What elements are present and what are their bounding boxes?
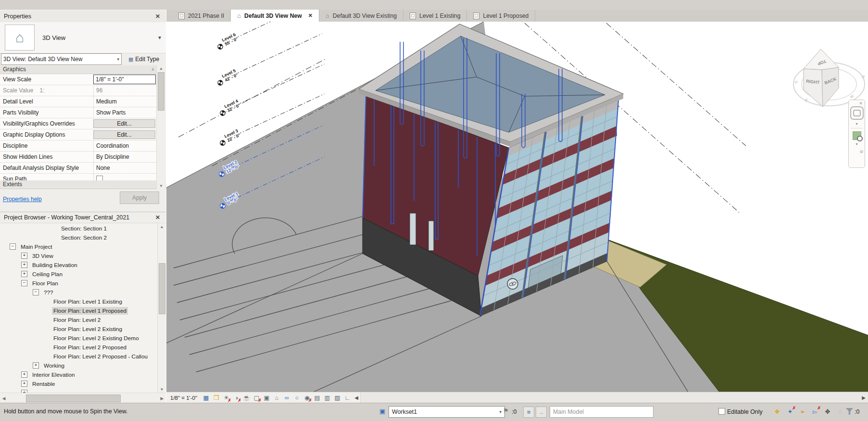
tree-item[interactable]: +Interior Elevation xyxy=(0,370,157,379)
chevron-down-icon[interactable]: ▾ xyxy=(855,122,857,126)
shadows-icon[interactable]: ◑✗ xyxy=(231,394,241,402)
tree-item[interactable]: Floor Plan: Level 2 xyxy=(0,315,157,324)
tree-item[interactable]: +Building Elevation xyxy=(0,260,157,269)
view-scale-input[interactable]: 1/8" = 1'-0" xyxy=(93,75,156,84)
project-browser-hscrollbar[interactable]: ◀ ▶ xyxy=(0,393,166,404)
close-icon[interactable]: ✕ xyxy=(153,214,162,221)
viewport-hscrollbar[interactable] xyxy=(360,392,859,403)
graphic-display-edit-button[interactable]: Edit... xyxy=(93,130,155,139)
tree-item[interactable]: Floor Plan: Level 1 Existing xyxy=(0,297,157,306)
collapse-bar-icon[interactable]: ◀ xyxy=(352,395,360,400)
unlocked-view-icon[interactable]: ⌂ xyxy=(272,394,282,402)
tree-item[interactable]: Floor Plan: Level 2 Existing xyxy=(0,324,157,333)
3d-view-canvas[interactable]: Level 6 55' - 0" Level 5 42' - 0" Level … xyxy=(166,22,868,392)
type-selector-combo[interactable]: 3D View: Default 3D View New ▾ xyxy=(1,53,122,65)
editable-only-checkbox[interactable] xyxy=(718,408,725,415)
expand-plus-icon[interactable]: + xyxy=(21,371,27,378)
expand-plus-icon[interactable]: + xyxy=(21,262,27,268)
project-browser-scrollbar[interactable]: ▲ ▼ xyxy=(157,224,166,393)
tab-level-1-proposed[interactable]: Level 1 Proposed xyxy=(467,10,535,22)
filter-icon[interactable] xyxy=(846,408,853,415)
crop-view-icon[interactable]: ▢✗ xyxy=(252,394,262,402)
property-row-analysis-style[interactable]: Default Analysis Display Style None xyxy=(0,163,156,174)
chevron-down-icon[interactable]: ▾ xyxy=(158,34,161,41)
tree-item[interactable]: Section: Section 1 xyxy=(0,224,157,233)
expand-plus-icon[interactable]: + xyxy=(21,253,27,259)
cube-top-face[interactable] xyxy=(804,49,839,70)
design-option-combo[interactable]: Main Model xyxy=(550,406,654,418)
worksharing-display-icon[interactable]: ▧ xyxy=(332,394,342,402)
scroll-up-icon[interactable]: ▲ xyxy=(159,65,163,72)
properties-help-link[interactable]: Properties help xyxy=(3,196,42,203)
scroll-left-icon[interactable]: ◀ xyxy=(0,396,8,401)
worksets-dialog-button[interactable]: ≡ xyxy=(523,407,534,418)
tree-item[interactable]: Floor Plan: Level 2 Proposed - Callou xyxy=(0,352,157,361)
reveal-hidden-elements-icon[interactable]: ○ xyxy=(292,394,302,402)
section-header-graphics[interactable]: Graphics ∧ xyxy=(0,65,156,74)
expand-plus-icon[interactable]: + xyxy=(33,362,39,369)
scrollbar-thumb[interactable] xyxy=(26,395,121,402)
tree-item[interactable]: Floor Plan: Level 2 Existing Demo xyxy=(0,333,157,343)
exclude-options-cursor-icon[interactable]: ▻✗ xyxy=(810,407,820,416)
scroll-down-icon[interactable]: ▼ xyxy=(159,183,163,190)
visual-style-icon[interactable]: ❒ xyxy=(211,394,221,402)
temporary-hide-isolate-icon[interactable]: ∞ xyxy=(282,394,292,402)
chevron-down-icon[interactable]: ▾ xyxy=(855,142,857,146)
active-workset-combo[interactable]: Workset1 ▾ xyxy=(389,406,505,418)
scrollbar-thumb[interactable] xyxy=(159,263,165,314)
detail-level-icon[interactable]: ▦ xyxy=(201,394,211,402)
tree-item[interactable]: −Main Project xyxy=(0,242,157,251)
type-preview-row[interactable]: ⌂ 3D View ▾ xyxy=(0,22,166,53)
navigation-bar[interactable]: ✕ ▾ ▾ ⊖ xyxy=(848,100,865,168)
section-header-extents[interactable]: Extents ∧ xyxy=(0,180,166,189)
close-tab-icon[interactable]: ✕ xyxy=(308,13,313,19)
nav-options-icon[interactable]: ⊖ xyxy=(859,149,865,154)
scrollbar-thumb[interactable] xyxy=(158,72,164,111)
workset-status-icon[interactable]: ⚑ xyxy=(503,407,509,414)
collapse-minus-icon[interactable]: − xyxy=(21,280,27,286)
apply-button[interactable]: Apply xyxy=(120,191,159,204)
close-icon[interactable]: ✕ xyxy=(153,13,162,20)
expand-plus-icon[interactable]: + xyxy=(21,271,27,277)
show-crop-region-icon[interactable]: ▣ xyxy=(262,394,272,402)
collapse-minus-icon[interactable]: − xyxy=(10,243,16,250)
highlight-displacement-icon[interactable]: ▥ xyxy=(322,394,332,402)
view-cube[interactable]: S N E W TOP RIGHT BACK xyxy=(793,49,866,107)
scroll-up-icon[interactable]: ▲ xyxy=(160,224,164,230)
tree-item[interactable]: +Ceiling Plan xyxy=(0,269,157,279)
property-row-hidden-lines[interactable]: Show Hidden Lines By Discipline xyxy=(0,152,156,163)
zoom-icon[interactable] xyxy=(853,131,861,140)
property-row-discipline[interactable]: Discipline Coordination xyxy=(0,140,156,152)
analytical-model-icon[interactable]: ▤ xyxy=(312,394,322,402)
property-row-detail-level[interactable]: Detail Level Medium xyxy=(0,96,156,107)
tree-item[interactable]: −Floor Plan xyxy=(0,279,157,288)
sun-path-icon[interactable]: ☀✗ xyxy=(221,394,231,402)
cube-back-face[interactable] xyxy=(822,67,839,107)
edit-type-button[interactable]: ▦ Edit Type xyxy=(122,53,166,65)
steering-wheel-icon[interactable] xyxy=(850,106,864,120)
scroll-right-icon[interactable]: ▶ xyxy=(158,396,166,401)
property-row-view-scale[interactable]: View Scale 1/8" = 1'-0" xyxy=(0,74,156,85)
scroll-down-icon[interactable]: ▼ xyxy=(160,386,164,393)
tree-item[interactable]: Floor Plan: Level 2 Proposed xyxy=(0,343,157,352)
collapse-minus-icon[interactable]: − xyxy=(33,289,39,295)
tree-item-selected[interactable]: Floor Plan: Level 1 Proposed xyxy=(0,306,157,315)
property-row-parts-visibility[interactable]: Parts Visibility Show Parts xyxy=(0,107,156,118)
tab-2021-phase-ii[interactable]: 2021 Phase II xyxy=(172,10,231,22)
tab-default-3d-view-new[interactable]: ⌂ Default 3D View New ✕ xyxy=(231,10,319,22)
vg-overrides-edit-button[interactable]: Edit... xyxy=(93,119,155,128)
editable-worksets-cursor-icon[interactable]: ❖ xyxy=(772,407,782,416)
pinned-elements-cursor-icon[interactable]: ➢ xyxy=(798,407,807,416)
scroll-right-icon[interactable]: ▶ xyxy=(859,392,868,403)
property-row-graphic-display[interactable]: Graphic Display Options Edit... xyxy=(0,129,156,140)
tree-item[interactable]: +Working xyxy=(0,361,157,370)
tab-default-3d-view-existing[interactable]: ⌂ Default 3D View Existing xyxy=(319,10,403,22)
view-scale-button[interactable]: 1/8" = 1'-0" xyxy=(170,395,201,401)
reveal-constraints-icon[interactable]: ∟ xyxy=(342,394,352,402)
tree-item[interactable]: Section: Section 2 xyxy=(0,233,157,242)
tab-level-1-existing[interactable]: Level 1 Existing xyxy=(403,10,467,22)
close-icon[interactable]: ✕ xyxy=(859,100,865,106)
property-row-vg-overrides[interactable]: Visibility/Graphics Overrides Edit... xyxy=(0,118,156,129)
expand-plus-icon[interactable]: + xyxy=(21,381,27,387)
tree-item[interactable]: +3D View xyxy=(0,251,157,260)
